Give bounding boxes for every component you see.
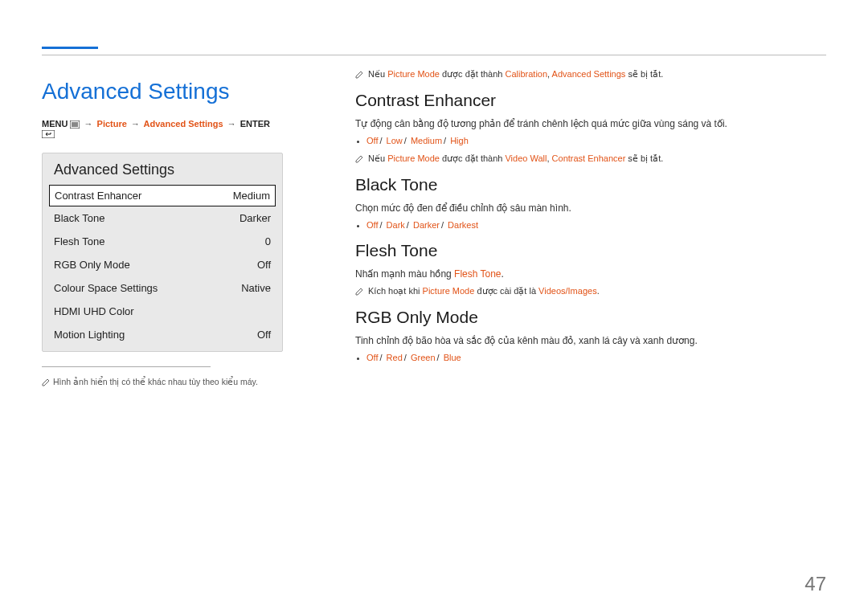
- note-calibration: Nếu Picture Mode được đặt thành Calibrat…: [355, 69, 826, 80]
- breadcrumb: MENU → Picture → Advanced Settings → ENT…: [42, 119, 283, 138]
- panel-row-contrast-enhancer[interactable]: Contrast Enhancer Medium: [49, 185, 276, 206]
- heading-rgb-only: RGB Only Mode: [355, 308, 826, 327]
- row-label: Colour Space Settings: [54, 282, 158, 294]
- heading-contrast-enhancer: Contrast Enhancer: [355, 91, 826, 110]
- breadcrumb-enter: ENTER: [240, 119, 270, 129]
- arrow-icon: →: [84, 119, 93, 129]
- breadcrumb-picture: Picture: [97, 119, 127, 129]
- row-value: Off: [257, 259, 271, 271]
- desc-flesh-tone: Nhấn mạnh màu hồng Flesh Tone.: [355, 268, 826, 280]
- desc-black-tone: Chọn mức độ đen để điều chỉnh độ sâu màn…: [355, 202, 826, 214]
- options-black-tone: Off/ Dark/ Darker/ Darkest: [355, 220, 826, 230]
- options-contrast-enhancer: Off/ Low/ Medium/ High: [355, 136, 826, 145]
- enter-icon: [42, 130, 55, 138]
- breadcrumb-advanced: Advanced Settings: [144, 119, 223, 129]
- left-column: Advanced Settings MENU → Picture → Advan…: [42, 69, 283, 565]
- settings-panel: Advanced Settings Contrast Enhancer Medi…: [42, 153, 283, 352]
- heading-black-tone: Black Tone: [355, 175, 826, 194]
- panel-row-black-tone[interactable]: Black Tone Darker: [43, 206, 282, 230]
- row-value: 0: [265, 235, 271, 247]
- row-label: RGB Only Mode: [54, 259, 130, 271]
- panel-row-hdmi-uhd[interactable]: HDMI UHD Color: [43, 300, 282, 323]
- footnote-rule: [42, 366, 211, 367]
- arrow-icon: →: [227, 119, 236, 129]
- note-flesh-tone: Kích hoạt khi Picture Mode được cài đặt …: [355, 286, 826, 296]
- row-label: Black Tone: [54, 212, 104, 224]
- pencil-icon: [42, 378, 51, 386]
- footnote: Hình ảnh hiển thị có thể khác nhau tùy t…: [42, 377, 283, 386]
- header-rule: [42, 55, 826, 55]
- heading-flesh-tone: Flesh Tone: [355, 241, 826, 260]
- breadcrumb-menu: MENU: [42, 119, 68, 129]
- note-video-wall: Nếu Picture Mode được đặt thành Video Wa…: [355, 153, 826, 164]
- page-title: Advanced Settings: [42, 79, 283, 104]
- pencil-icon: [355, 154, 364, 163]
- pencil-icon: [355, 70, 364, 79]
- panel-row-motion-lighting[interactable]: Motion Lighting Off: [43, 323, 282, 346]
- right-column: Nếu Picture Mode được đặt thành Calibrat…: [355, 69, 826, 565]
- row-value: Darker: [240, 212, 271, 224]
- header-accent: [42, 47, 98, 49]
- panel-title: Advanced Settings: [43, 161, 282, 185]
- desc-rgb-only: Tinh chỉnh độ bão hòa và sắc độ của kênh…: [355, 335, 826, 346]
- arrow-icon: →: [131, 119, 140, 129]
- row-value: Native: [241, 282, 271, 294]
- row-value: Off: [257, 329, 271, 341]
- row-value: Medium: [233, 190, 270, 202]
- row-label: Contrast Enhancer: [55, 190, 141, 202]
- options-rgb-only: Off/ Red/ Green/ Blue: [355, 353, 826, 362]
- panel-row-flesh-tone[interactable]: Flesh Tone 0: [43, 230, 282, 253]
- row-label: Motion Lighting: [54, 329, 125, 341]
- menu-list-icon: [70, 121, 80, 129]
- footnote-text: Hình ảnh hiển thị có thể khác nhau tùy t…: [53, 377, 258, 386]
- desc-contrast-enhancer: Tự động cân bằng độ tương phản để tránh …: [355, 118, 826, 129]
- panel-row-colour-space[interactable]: Colour Space Settings Native: [43, 276, 282, 300]
- row-label: HDMI UHD Color: [54, 305, 134, 317]
- row-label: Flesh Tone: [54, 235, 104, 247]
- page-number: 47: [805, 573, 826, 595]
- pencil-icon: [355, 287, 364, 296]
- panel-row-rgb-only[interactable]: RGB Only Mode Off: [43, 253, 282, 276]
